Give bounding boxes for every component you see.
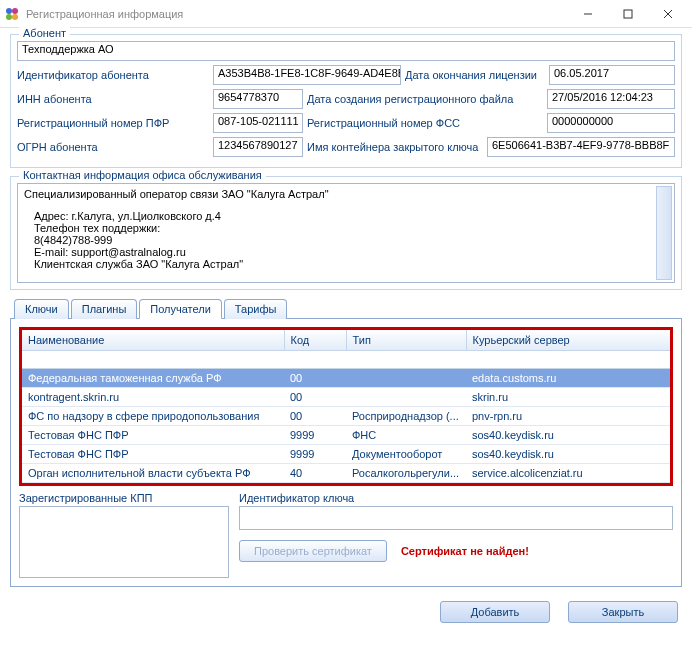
inn-label: ИНН абонента xyxy=(17,93,209,105)
svg-point-3 xyxy=(12,14,18,20)
contact-line: Телефон тех поддержки: xyxy=(24,222,668,234)
minimize-button[interactable] xyxy=(568,0,608,28)
th-name[interactable]: Наименование xyxy=(22,330,284,351)
cell-server: pnv-rpn.ru xyxy=(466,407,670,426)
th-code[interactable]: Код xyxy=(284,330,346,351)
pfr-label: Регистрационный номер ПФР xyxy=(17,117,209,129)
contact-line: E-mail: support@astralnalog.ru xyxy=(24,246,668,258)
fss-input[interactable]: 0000000000 xyxy=(547,113,675,133)
tab-tariffs[interactable]: Тарифы xyxy=(224,299,288,319)
cell-server: service.alcolicenziat.ru xyxy=(466,464,670,483)
window-titlebar: Регистрационная информация xyxy=(0,0,692,28)
reg-file-date-input[interactable]: 27/05/2016 12:04:23 xyxy=(547,89,675,109)
license-end-input[interactable]: 06.05.2017 xyxy=(549,65,675,85)
contact-textbox[interactable]: Специализированный оператор связи ЗАО "К… xyxy=(17,183,675,283)
tab-recipients[interactable]: Получатели xyxy=(139,299,222,319)
tab-plugins[interactable]: Плагины xyxy=(71,299,138,319)
table-row[interactable]: Орган исполнительной власти субъекта РФ … xyxy=(22,464,670,483)
key-id-label: Идентификатор ключа xyxy=(239,492,673,504)
app-icon xyxy=(4,6,20,22)
window-title: Регистрационная информация xyxy=(26,8,568,20)
table-row[interactable]: ФС по надзору в сфере природопользования… xyxy=(22,407,670,426)
table-row[interactable]: Федеральная таможенная служба РФ 00 edat… xyxy=(22,369,670,388)
ogrn-label: ОГРН абонента xyxy=(17,141,209,153)
cell-type: Росприроднадзор (... xyxy=(346,407,466,426)
fss-label: Регистрационный номер ФСС xyxy=(307,117,543,129)
svg-point-2 xyxy=(6,14,12,20)
cell-type: Документооборот xyxy=(346,445,466,464)
table-row[interactable]: Тестовая ФНС ПФР 9999 Документооборот so… xyxy=(22,445,670,464)
cell-server: skrin.ru xyxy=(466,388,670,407)
close-dialog-button[interactable]: Закрыть xyxy=(568,601,678,623)
cell-type: Росалкогольрегули... xyxy=(346,464,466,483)
inn-input[interactable]: 9654778370 xyxy=(213,89,303,109)
cell-code: 9999 xyxy=(284,426,346,445)
cell-type: ФНС xyxy=(346,426,466,445)
tabs-bar: Ключи Плагины Получатели Тарифы xyxy=(14,298,682,318)
close-button[interactable] xyxy=(648,0,688,28)
contact-legend: Контактная информация офиса обслуживания xyxy=(19,169,266,181)
contact-line: 8(4842)788-999 xyxy=(24,234,668,246)
svg-point-0 xyxy=(6,8,12,14)
svg-rect-5 xyxy=(624,10,632,18)
recipients-table: Наименование Код Тип Курьерский сервер Ф… xyxy=(22,330,670,483)
svg-point-1 xyxy=(12,8,18,14)
filter-row[interactable] xyxy=(22,351,670,369)
subscriber-id-label: Идентификатор абонента xyxy=(17,69,209,81)
cert-warning-text: Сертификат не найден! xyxy=(401,545,529,557)
cell-code: 00 xyxy=(284,407,346,426)
pfr-input[interactable]: 087-105-021111 xyxy=(213,113,303,133)
kpp-label: Зарегистрированные КПП xyxy=(19,492,229,504)
add-button[interactable]: Добавить xyxy=(440,601,550,623)
subscriber-id-input[interactable]: A353B4B8-1FE8-1C8F-9649-AD4E8B xyxy=(213,65,401,85)
tab-panel-recipients: Наименование Код Тип Курьерский сервер Ф… xyxy=(10,318,682,587)
cell-name: kontragent.skrin.ru xyxy=(22,388,284,407)
maximize-button[interactable] xyxy=(608,0,648,28)
cell-code: 00 xyxy=(284,369,346,388)
subscriber-name-input[interactable]: Техподдержка АО xyxy=(17,41,675,61)
contact-fieldset: Контактная информация офиса обслуживания… xyxy=(10,176,682,290)
cell-server: sos40.keydisk.ru xyxy=(466,426,670,445)
cell-name: Тестовая ФНС ПФР xyxy=(22,445,284,464)
kpp-input[interactable] xyxy=(19,506,229,578)
scrollbar-vertical[interactable] xyxy=(656,186,672,280)
license-end-label: Дата окончания лицензии xyxy=(405,69,545,81)
contact-line: Клиентская служба ЗАО "Калуга Астрал" xyxy=(24,258,668,270)
cell-name: Тестовая ФНС ПФР xyxy=(22,426,284,445)
th-type[interactable]: Тип xyxy=(346,330,466,351)
cell-server: sos40.keydisk.ru xyxy=(466,445,670,464)
ogrn-input[interactable]: 1234567890127 xyxy=(213,137,303,157)
contact-line: Специализированный оператор связи ЗАО "К… xyxy=(24,188,668,200)
cell-type xyxy=(346,369,466,388)
th-server[interactable]: Курьерский сервер xyxy=(466,330,670,351)
table-row[interactable]: kontragent.skrin.ru 00 skrin.ru xyxy=(22,388,670,407)
cell-name: ФС по надзору в сфере природопользования xyxy=(22,407,284,426)
recipients-table-wrap: Наименование Код Тип Курьерский сервер Ф… xyxy=(19,327,673,486)
cell-code: 9999 xyxy=(284,445,346,464)
cell-name: Орган исполнительной власти субъекта РФ xyxy=(22,464,284,483)
cell-name: Федеральная таможенная служба РФ xyxy=(22,369,284,388)
container-input[interactable]: 6E506641-B3B7-4EF9-9778-BBB8F xyxy=(487,137,675,157)
cell-type xyxy=(346,388,466,407)
cell-code: 40 xyxy=(284,464,346,483)
subscriber-legend: Абонент xyxy=(19,27,70,39)
key-id-input[interactable] xyxy=(239,506,673,530)
check-cert-button[interactable]: Проверить сертификат xyxy=(239,540,387,562)
cell-code: 00 xyxy=(284,388,346,407)
contact-line: Адрес: г.Калуга, ул.Циолковского д.4 xyxy=(24,210,668,222)
table-row[interactable]: Тестовая ФНС ПФР 9999 ФНС sos40.keydisk.… xyxy=(22,426,670,445)
tab-keys[interactable]: Ключи xyxy=(14,299,69,319)
container-label: Имя контейнера закрытого ключа xyxy=(307,141,483,153)
reg-file-date-label: Дата создания регистрационного файла xyxy=(307,93,543,105)
subscriber-fieldset: Абонент Техподдержка АО Идентификатор аб… xyxy=(10,34,682,168)
cell-server: edata.customs.ru xyxy=(466,369,670,388)
